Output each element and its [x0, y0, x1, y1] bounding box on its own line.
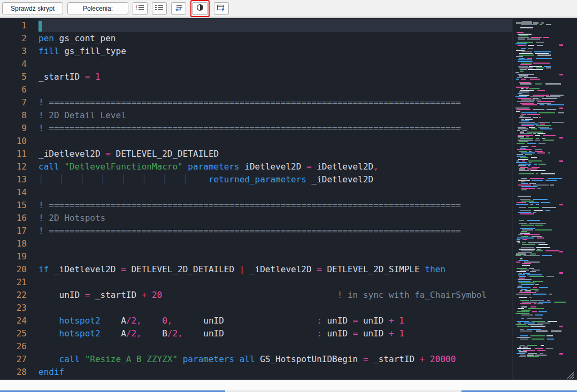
code-line[interactable] — [39, 302, 512, 314]
script-editor-window: Sprawdź skrypt Polecenia: ! — [0, 0, 577, 392]
code-line[interactable]: │ │ │ │ │ │ │ │ returned_parameters _iDe… — [39, 173, 512, 186]
code-line[interactable]: ! ======================================… — [39, 122, 512, 135]
window-preview-icon — [217, 4, 226, 13]
line-number[interactable]: 4 — [0, 58, 39, 71]
code-line[interactable]: ! 2D Hotspots — [39, 212, 512, 225]
code-line[interactable] — [39, 250, 512, 263]
code-line[interactable]: if _iDetlevel2D = DETLEVEL_2D_DETAILED |… — [39, 263, 512, 276]
code-editor[interactable]: 1234567891011121314151617181920212223242… — [0, 18, 577, 380]
code-line[interactable] — [39, 58, 512, 71]
code-line[interactable] — [39, 19, 512, 32]
line-number[interactable]: 22 — [0, 289, 39, 302]
minimap-marker — [559, 353, 563, 355]
script-errors-list-icon: ! — [135, 4, 145, 13]
line-number[interactable]: 23 — [0, 302, 39, 314]
window-preview-button[interactable] — [214, 2, 229, 15]
contrast-toggle-highlight — [190, 0, 210, 17]
code-line[interactable]: unID = _startID + 20 ! in sync with fa_C… — [39, 289, 512, 302]
contrast-toggle-button[interactable] — [193, 2, 207, 15]
code-line[interactable] — [39, 237, 512, 250]
minimap-content — [516, 21, 566, 357]
code-lines: pen gs_cont_penfill gs_fill_type_startID… — [39, 18, 512, 380]
line-number[interactable]: 24 — [0, 314, 39, 327]
code-line[interactable]: _startID = 1 — [39, 71, 512, 83]
code-line[interactable] — [39, 340, 512, 353]
line-number[interactable]: 2 — [0, 32, 39, 45]
minimap-marker — [559, 74, 563, 75]
line-number[interactable]: 12 — [0, 160, 39, 173]
code-line[interactable]: hotspot2 A/2, B/2, unID : unID = unID + … — [39, 327, 512, 340]
line-number[interactable]: 27 — [0, 353, 39, 366]
commands-list-button[interactable] — [152, 2, 167, 15]
line-number[interactable]: 10 — [0, 135, 39, 148]
resize-grip[interactable] — [567, 372, 574, 379]
line-number[interactable]: 13 — [0, 173, 39, 186]
line-number[interactable]: 19 — [0, 250, 39, 263]
minimap-marker — [559, 107, 563, 109]
line-number[interactable]: 3 — [0, 45, 39, 58]
code-line[interactable]: _iDetlevel2D = DETLEVEL_2D_DETAILED — [39, 148, 512, 160]
code-line[interactable]: pen gs_cont_pen — [39, 32, 512, 45]
minimap-marker — [559, 251, 563, 252]
minimap-marker — [559, 160, 563, 162]
minimap-marker — [559, 326, 563, 327]
svg-text:!: ! — [135, 4, 137, 11]
line-number[interactable]: 7 — [0, 96, 39, 109]
code-line[interactable]: call "DetlevelFunctionMacro" parameters … — [39, 160, 512, 173]
code-line[interactable] — [39, 135, 512, 148]
line-number[interactable]: 21 — [0, 276, 39, 289]
insert-command-icon — [174, 4, 183, 13]
line-number[interactable]: 5 — [0, 71, 39, 83]
code-line[interactable]: ! ======================================… — [39, 225, 512, 237]
line-number[interactable]: 28 — [0, 366, 39, 379]
minimap-marker — [559, 272, 563, 274]
minimap[interactable] — [512, 18, 566, 380]
code-line[interactable]: fill gs_fill_type — [39, 45, 512, 58]
contrast-toggle-icon — [196, 4, 204, 13]
line-number[interactable]: 15 — [0, 199, 39, 212]
code-line[interactable]: call "Resize_A_B_ZZYZX" parameters all G… — [39, 353, 512, 366]
gutter: 1234567891011121314151617181920212223242… — [0, 18, 39, 380]
code-line[interactable] — [39, 276, 512, 289]
line-number[interactable]: 16 — [0, 212, 39, 225]
commands-button[interactable]: Polecenia: — [67, 2, 128, 14]
code-line[interactable]: hotspot2 A/2, 0, unID : unID = unID + 1 — [39, 314, 512, 327]
line-number[interactable]: 25 — [0, 327, 39, 340]
minimap-markers — [559, 18, 564, 380]
line-number[interactable]: 11 — [0, 148, 39, 160]
minimap-marker — [559, 44, 563, 46]
code-line[interactable] — [39, 83, 512, 96]
toolbar: Sprawdź skrypt Polecenia: ! — [0, 0, 577, 17]
code-line[interactable]: endif — [39, 366, 512, 379]
insert-command-button[interactable] — [171, 2, 186, 15]
line-number[interactable]: 14 — [0, 186, 39, 199]
code-line[interactable]: ! ======================================… — [39, 199, 512, 212]
line-number[interactable]: 6 — [0, 83, 39, 96]
check-script-button[interactable]: Sprawdź skrypt — [2, 2, 63, 14]
line-number[interactable]: 26 — [0, 340, 39, 353]
commands-list-icon — [155, 4, 164, 13]
line-number[interactable]: 1 — [0, 19, 39, 32]
line-number[interactable]: 18 — [0, 237, 39, 250]
minimap-marker — [559, 137, 563, 139]
code-line[interactable]: ! ======================================… — [39, 96, 512, 109]
bottom-panel — [0, 380, 577, 392]
line-number[interactable]: 17 — [0, 225, 39, 237]
line-number[interactable]: 20 — [0, 263, 39, 276]
minimap-marker — [559, 204, 563, 205]
text-cursor — [39, 21, 42, 32]
code-line[interactable] — [39, 186, 512, 199]
code-line[interactable]: ! 2D Detail Level — [39, 109, 512, 122]
line-number[interactable]: 9 — [0, 122, 39, 135]
line-number[interactable]: 8 — [0, 109, 39, 122]
script-errors-list-button[interactable]: ! — [133, 2, 148, 15]
